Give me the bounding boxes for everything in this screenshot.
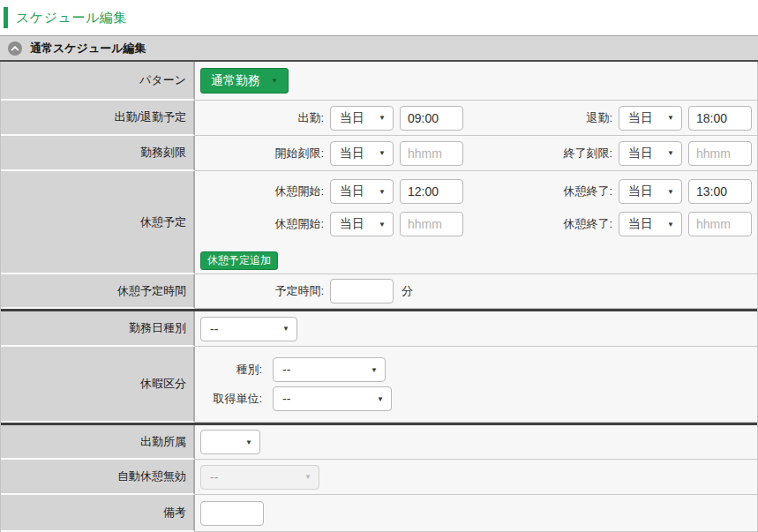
work-limit-end-day-value: 当日 [628, 146, 653, 161]
break1-end-day-select[interactable]: 当日 ▼ [619, 179, 682, 204]
row-attendance: 出勤/退勤予定 出勤: 当日 ▼ 退勤: 当日 ▼ [1, 101, 757, 136]
row-work-limit: 勤務刻限 開始刻限: 当日 ▼ 終了刻限: 当日 ▼ [1, 136, 757, 171]
holiday-unit-select[interactable]: -- ▼ [273, 386, 392, 411]
break-time-field-label: 予定時間: [200, 283, 324, 299]
row-pattern-label: パターン [1, 62, 195, 101]
workday-type-value: -- [210, 322, 218, 336]
break1-start-day-value: 当日 [340, 184, 364, 199]
holiday-type-select[interactable]: -- ▼ [273, 357, 386, 382]
break2-end-time-input[interactable] [688, 212, 752, 236]
auto-break-disable-value: -- [210, 470, 218, 484]
row-work-limit-label: 勤務刻限 [1, 136, 195, 171]
row-break-schedule: 休憩予定 休憩開始: 当日 ▼ 休憩終了: 当日 ▼ 休憩開始: 当日 [1, 171, 757, 274]
workday-type-select[interactable]: -- ▼ [200, 317, 297, 341]
page-title-text: スケジュール編集 [16, 10, 127, 26]
chevron-down-icon: ▼ [304, 473, 311, 481]
holiday-unit-label: 取得単位: [200, 391, 262, 407]
chevron-down-icon: ▼ [667, 114, 674, 122]
row-remarks: 備考 [1, 495, 757, 532]
break2-start-day-value: 当日 [340, 216, 364, 232]
work-limit-start-time-input[interactable] [400, 141, 463, 166]
break-time-input[interactable] [330, 279, 394, 303]
break2-start-time-input[interactable] [400, 212, 463, 236]
attendance-dept-select[interactable]: ▼ [200, 430, 260, 454]
row-break-time-label: 休憩予定時間 [1, 274, 195, 309]
row-attendance-label: 出勤/退勤予定 [1, 101, 195, 136]
row-break-time: 休憩予定時間 予定時間: 分 [1, 274, 757, 309]
page-title: スケジュール編集 [4, 7, 758, 28]
break-time-unit-label: 分 [402, 283, 413, 299]
title-accent-bar [4, 7, 8, 28]
break1-start-time-input[interactable] [400, 179, 463, 204]
holiday-type-value: -- [282, 363, 290, 377]
row-attendance-dept: 出勤所属 ▼ [1, 425, 757, 460]
work-limit-end-time-input[interactable] [688, 141, 752, 166]
row-attendance-dept-label: 出勤所属 [1, 425, 195, 460]
break1-start-label: 休憩開始: [200, 184, 324, 199]
row-holiday-class-label: 休暇区分 [1, 347, 195, 423]
attendance-end-label: 退勤: [544, 110, 612, 126]
break2-end-day-value: 当日 [628, 216, 653, 232]
chevron-down-icon: ▼ [379, 221, 386, 229]
chevron-down-icon: ▼ [379, 188, 386, 196]
break2-end-day-select[interactable]: 当日 ▼ [619, 212, 682, 236]
row-remarks-label: 備考 [1, 495, 195, 532]
chevron-down-icon: ▼ [271, 77, 278, 85]
row-break-schedule-label: 休憩予定 [1, 171, 195, 274]
work-limit-end-day-select[interactable]: 当日 ▼ [619, 141, 682, 166]
attendance-start-time-input[interactable] [400, 106, 463, 131]
chevron-down-icon: ▼ [377, 395, 384, 403]
chevron-down-icon: ▼ [667, 221, 674, 229]
chevron-down-icon: ▼ [379, 114, 386, 122]
chevron-down-icon: ▼ [245, 438, 252, 446]
chevron-down-icon: ▼ [379, 149, 386, 157]
accordion-title: 通常スケジュール編集 [30, 41, 146, 56]
chevron-down-icon: ▼ [282, 325, 289, 333]
attendance-end-time-input[interactable] [688, 106, 752, 131]
auto-break-disable-select: -- ▼ [200, 465, 319, 490]
pattern-dropdown-button[interactable]: 通常勤務 ▼ [200, 68, 289, 94]
attendance-end-day-select[interactable]: 当日 ▼ [619, 106, 682, 131]
row-pattern: パターン 通常勤務 ▼ [1, 62, 757, 101]
break2-end-label: 休憩終了: [544, 216, 612, 232]
attendance-start-label: 出勤: [200, 110, 324, 126]
work-limit-start-label: 開始刻限: [200, 146, 324, 161]
chevron-down-icon: ▼ [371, 366, 378, 374]
work-limit-start-day-select[interactable]: 当日 ▼ [330, 141, 394, 166]
attendance-end-day-value: 当日 [628, 110, 653, 126]
pattern-dropdown-label: 通常勤務 [211, 73, 260, 89]
attendance-start-day-value: 当日 [340, 110, 364, 126]
work-limit-end-label: 終了刻限: [544, 146, 612, 161]
attendance-start-day-select[interactable]: 当日 ▼ [330, 106, 394, 131]
break1-end-day-value: 当日 [628, 184, 653, 199]
chevron-down-icon: ▼ [667, 188, 674, 196]
accordion-header-normal-schedule[interactable]: 通常スケジュール編集 [0, 35, 758, 62]
chevron-down-icon: ▼ [667, 149, 674, 157]
remarks-input[interactable] [200, 501, 264, 526]
break1-end-label: 休憩終了: [544, 184, 612, 199]
row-holiday-class: 休暇区分 種別: -- ▼ 取得単位: -- ▼ [1, 347, 757, 423]
add-break-button[interactable]: 休憩予定追加 [200, 251, 278, 270]
row-auto-break-disable-label: 自動休憩無効 [1, 460, 195, 495]
row-workday-type-label: 勤務日種別 [1, 311, 195, 347]
holiday-type-label: 種別: [200, 362, 262, 378]
row-workday-type: 勤務日種別 -- ▼ [1, 311, 757, 347]
work-limit-start-day-value: 当日 [340, 146, 364, 161]
break1-end-time-input[interactable] [688, 179, 752, 204]
break2-start-day-select[interactable]: 当日 ▼ [330, 212, 394, 236]
schedule-edit-form: パターン 通常勤務 ▼ 出勤/退勤予定 出勤: 当日 ▼ 退勤: 当日 ▼ [0, 62, 758, 532]
row-auto-break-disable: 自動休憩無効 -- ▼ [1, 460, 757, 495]
holiday-unit-value: -- [282, 392, 290, 406]
chevron-up-icon [8, 41, 22, 56]
break1-start-day-select[interactable]: 当日 ▼ [330, 179, 394, 204]
break2-start-label: 休憩開始: [200, 216, 324, 232]
